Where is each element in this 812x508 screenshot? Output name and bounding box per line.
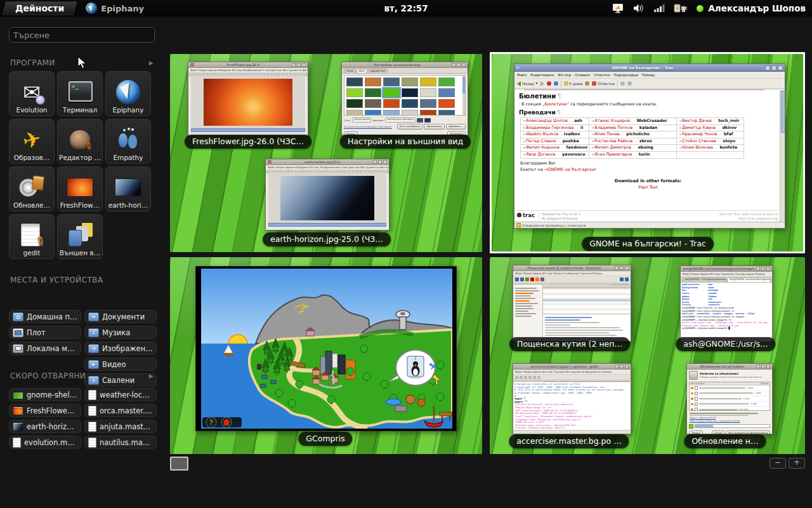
app-item[interactable]: Empathy [105, 119, 151, 164]
clock[interactable]: вт, 22:57 [384, 3, 428, 13]
next-icon[interactable] [625, 277, 629, 281]
terminal-output[interactable]: applications manbackgrounds mimedoc pixm… [681, 283, 772, 342]
update-checkbox[interactable] [695, 392, 698, 396]
app-menu[interactable]: Epiphany [86, 3, 144, 14]
update-row[interactable]: 3.2MB [690, 402, 769, 408]
wallpaper-thumbnail[interactable] [402, 110, 418, 116]
wallpaper-thumbnail[interactable] [346, 99, 363, 108]
redo-icon[interactable] [537, 376, 540, 379]
bookmarks-button[interactable]: Отметки [592, 81, 615, 86]
translator-name-link[interactable]: Ростислав Райков [594, 138, 632, 144]
workspace-1[interactable]: FreshFlower.jpg-26.0 Файл Редактиране Из… [170, 54, 482, 252]
add-workspace-button[interactable]: + [789, 458, 805, 469]
update-row[interactable]: 3.2MB [690, 391, 769, 397]
prev-icon[interactable] [620, 277, 624, 281]
style-dropdown[interactable]: увеличаване [352, 117, 371, 123]
scrollbar[interactable] [191, 128, 305, 132]
plain-text-link[interactable]: Plain Text [519, 185, 777, 190]
window-gcompris[interactable]: ? [195, 266, 457, 431]
window-terminal[interactable]: ash@GNOME:/usr/share/backgrounds/images … [680, 265, 773, 342]
translator-name-link[interactable]: Стойчо Станчев [682, 138, 716, 144]
expand-programs-arrow[interactable]: ▶ [149, 60, 154, 66]
app-item[interactable]: gedit [9, 214, 55, 259]
window-evolution-mail[interactable]: Пощенска кутия (2 непрочетени) - Evoluti… [513, 265, 631, 342]
workspace-indicator[interactable] [170, 457, 188, 471]
delete-icon[interactable] [530, 277, 534, 281]
recent-item[interactable]: anjuta.mast… [84, 420, 157, 433]
forward-icon[interactable] [525, 277, 529, 281]
wallpaper-thumbnail[interactable] [346, 110, 363, 116]
window-epiphany-trac[interactable]: GNOME на български! - Trac Файл Редактир… [514, 64, 785, 229]
scrollbar[interactable] [780, 90, 785, 222]
recent-item[interactable]: evolution.m… [9, 436, 81, 449]
translator-name-link[interactable]: Явор Доганов [526, 152, 555, 157]
reply-icon[interactable] [515, 277, 519, 281]
translator-name-link[interactable]: Ясен Праматаров [594, 152, 632, 157]
scrollbar[interactable] [268, 223, 386, 227]
place-item[interactable]: Домашна п… [9, 310, 81, 323]
window-appearance-settings[interactable]: Настройки на външния вид Тема Фон Шрифто… [341, 62, 468, 135]
app-item[interactable]: Evolution [9, 71, 55, 116]
workspace-4[interactable]: Пощенска кутия (2 непрочетени) - Evoluti… [490, 257, 805, 454]
translator-name-link[interactable]: Филип Димитров [594, 145, 631, 150]
app-item[interactable]: earth-hori… [105, 166, 151, 211]
wallpaper-thumbnail[interactable] [420, 99, 436, 108]
display-icon[interactable] [612, 3, 624, 13]
network-signal-icon[interactable] [653, 3, 665, 13]
update-row[interactable]: 103.6MB [690, 407, 769, 411]
translator-name-link[interactable]: Красимир Чонов [682, 131, 717, 137]
window-software-updates[interactable]: Обновление на системата Налични са обнов… [686, 363, 773, 434]
update-checkbox[interactable] [695, 408, 698, 411]
recent-item[interactable]: earth-horizo… [9, 420, 81, 433]
expand-recent-arrow[interactable]: ▶ [149, 373, 154, 379]
wallpaper-thumbnail[interactable] [383, 110, 400, 116]
recent-item[interactable]: gnome-shel… [9, 388, 81, 401]
place-item[interactable]: Видео [84, 358, 157, 371]
place-item[interactable]: Локална мр… [9, 342, 81, 355]
wallpaper-thumbnail[interactable] [383, 88, 400, 97]
color-swatch-2[interactable] [424, 118, 431, 123]
forward-button[interactable] [540, 81, 544, 86]
colors-dropdown[interactable]: вертикална преливка [385, 117, 415, 123]
restore-button[interactable]: Възстановяване [397, 124, 423, 130]
app-item[interactable]: Образов… [9, 119, 55, 164]
translator-name-link[interactable]: Ивайло Вълков [526, 131, 558, 137]
remove-button[interactable]: Премахване [424, 124, 444, 130]
activities-button[interactable]: Дейности [4, 1, 75, 15]
translator-name-link[interactable]: Илия Пенев [594, 131, 620, 137]
wallpaper-thumbnail[interactable] [365, 110, 381, 116]
wallpaper-thumbnail[interactable] [365, 88, 381, 97]
wallpaper-thumbnail[interactable] [420, 88, 436, 97]
stop-button[interactable] [547, 81, 551, 86]
app-item[interactable]: FreshFlow… [57, 166, 103, 211]
folder-tree[interactable] [513, 285, 543, 341]
recent-item[interactable]: nautilus.mas… [84, 436, 157, 449]
volume-icon[interactable] [633, 3, 645, 13]
user-menu[interactable]: Александър Шопов [697, 3, 806, 13]
translator-name-link[interactable]: Александър Шопов [526, 118, 567, 123]
get-more-backgrounds-link[interactable]: За допълнителни фонове в Интернет [342, 124, 394, 129]
save-icon[interactable] [524, 376, 527, 379]
junk-icon[interactable] [535, 277, 539, 281]
translator-name-link[interactable]: Филип Андонов [526, 145, 560, 150]
editor-text[interactable]: # Bulgarian translation of accerciser po… [513, 382, 631, 431]
app-item[interactable]: Epiphany [105, 71, 151, 116]
history-button[interactable] [585, 81, 589, 86]
update-row[interactable]: 3.2MB [690, 385, 769, 391]
place-item[interactable]: Изображен… [84, 342, 157, 355]
maximize-button[interactable] [771, 65, 776, 70]
window-gimp-earth[interactable]: earth-horizon.jpg-25.0 Файл Редактиране … [265, 159, 390, 231]
translator-name-link[interactable]: Петър Славов [526, 138, 556, 144]
place-item[interactable]: Документи [84, 310, 157, 323]
wallpaper-thumbnail[interactable] [402, 88, 418, 97]
zoom-in-icon[interactable] [627, 81, 632, 86]
wallpaper-thumbnail[interactable] [438, 110, 455, 116]
recent-item[interactable]: orca.master.… [84, 404, 157, 417]
terminal-tab-1[interactable]: ash@GNOME:~/CD/gtp/programme/nautce [682, 277, 726, 282]
update-checkbox[interactable] [695, 403, 698, 406]
updates-list[interactable]: ИнсталиранеРазмер 3.2MB 3.2MB 3.2MB 3.2M… [689, 382, 770, 411]
tab-fonts[interactable]: Шрифтове [368, 69, 388, 73]
scrollbar[interactable] [462, 76, 465, 115]
window-gimp-freshflower[interactable]: FreshFlower.jpg-26.0 Файл Редактиране Из… [188, 62, 308, 136]
color-swatch-1[interactable] [417, 118, 423, 123]
